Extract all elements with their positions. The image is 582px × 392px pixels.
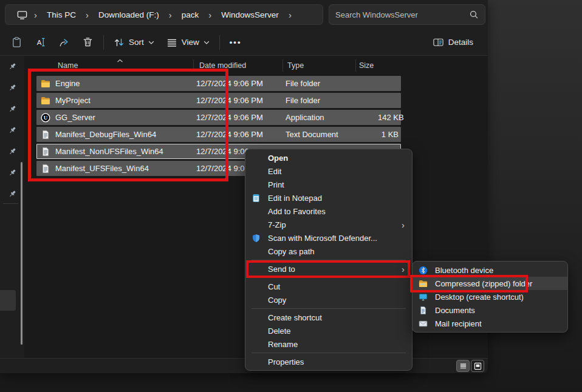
breadcrumb-item-drive[interactable]: Downloaded (F:) — [92, 8, 165, 22]
file-name: Manifest_DebugFiles_Win64 — [55, 130, 156, 139]
rename-icon: A — [35, 36, 46, 48]
menu-item-copy[interactable]: Copy — [245, 293, 412, 306]
file-name: Manifest_UFSFiles_Win64 — [55, 164, 149, 173]
this-pc-monitor-icon[interactable] — [12, 9, 30, 21]
sidebar-selected-item[interactable] — [0, 290, 16, 311]
file-size: 142 KB — [378, 113, 406, 122]
file-row-myproject[interactable]: MyProject 12/7/2024 9:06 PM File folder — [36, 93, 401, 108]
file-name: Engine — [55, 79, 80, 88]
more-options-button[interactable]: ••• — [224, 33, 248, 52]
menu-item-create-shortcut[interactable]: Create shortcut — [245, 311, 412, 324]
sort-button[interactable]: Sort — [108, 32, 160, 53]
menu-item-7zip[interactable]: 7-Zip› — [245, 218, 412, 231]
details-pane-button[interactable]: Details — [426, 32, 479, 53]
search-icon[interactable] — [469, 10, 479, 19]
breadcrumb: › This PC › Downloaded (F:) › pack › Win… — [5, 4, 323, 25]
menu-item-send-to[interactable]: Send to› — [245, 262, 412, 275]
column-header-date[interactable]: Date modified — [199, 61, 246, 70]
document-icon — [419, 305, 430, 315]
command-toolbar: A Sort — [0, 29, 488, 56]
menu-item-edit[interactable]: Edit — [245, 164, 412, 178]
submenu-arrow-icon: › — [402, 220, 406, 230]
pinned-item-icon[interactable] — [0, 141, 24, 162]
menu-item-bluetooth-device[interactable]: Bluetooth device — [413, 263, 567, 277]
paste-icon — [11, 36, 22, 48]
file-row-engine[interactable]: Engine 12/7/2024 9:06 PM File folder — [36, 76, 401, 91]
file-type: File folder — [286, 96, 378, 105]
pinned-item-icon[interactable] — [0, 98, 24, 120]
text-document-icon — [41, 164, 50, 174]
menu-item-print[interactable]: Print — [245, 178, 412, 191]
menu-item-desktop-create-shortcut[interactable]: Desktop (create shortcut) — [413, 290, 567, 303]
thumbnail-view-toggle-button[interactable] — [471, 360, 484, 372]
column-header-size[interactable]: Size — [359, 61, 374, 70]
menu-item-delete[interactable]: Delete — [245, 324, 412, 337]
column-header-type[interactable]: Type — [287, 61, 304, 70]
menu-item-rename[interactable]: Rename — [245, 337, 412, 351]
column-divider[interactable] — [193, 59, 194, 72]
file-date: 12/7/2024 9:06 PM — [196, 130, 286, 139]
submenu-arrow-icon: › — [402, 264, 406, 274]
context-menu: Open Edit Print Edit in Notepad Add to F… — [245, 149, 413, 371]
column-divider[interactable] — [355, 59, 356, 72]
menu-item-open[interactable]: Open — [245, 151, 412, 164]
menu-item-add-to-favorites[interactable]: Add to Favorites — [245, 204, 412, 218]
chevron-right-icon: › — [286, 10, 294, 19]
pinned-item-icon[interactable] — [0, 56, 24, 77]
menu-item-compressed-zipped-folder[interactable]: Compressed (zipped) folder — [413, 277, 567, 290]
menu-divider — [252, 260, 406, 260]
menu-item-mail-recipient[interactable]: Mail recipient — [413, 317, 567, 330]
toolbar-divider — [103, 35, 104, 50]
svg-text:A: A — [37, 39, 42, 46]
menu-item-cut[interactable]: Cut — [245, 280, 412, 293]
share-button[interactable] — [52, 32, 76, 53]
sidebar-scrollbar[interactable] — [21, 162, 22, 345]
delete-button[interactable] — [76, 32, 100, 53]
breadcrumb-item-pack[interactable]: pack — [176, 8, 205, 22]
column-header-name[interactable]: Name — [58, 61, 78, 70]
view-toggle-group — [456, 360, 484, 372]
menu-item-scan-with-defender[interactable]: Scan with Microsoft Defender... — [245, 231, 412, 245]
details-pane-icon — [433, 36, 444, 48]
file-size: 1 KB — [378, 130, 401, 139]
rename-button[interactable]: A — [29, 32, 52, 53]
chevron-right-icon: › — [206, 10, 214, 19]
search-input[interactable] — [335, 10, 469, 19]
view-lines-icon — [166, 37, 177, 48]
status-bar — [0, 358, 488, 373]
sort-icon — [114, 37, 125, 48]
unreal-engine-app-icon: U — [41, 113, 50, 123]
view-button[interactable]: View — [160, 32, 216, 53]
sidebar-divider — [3, 203, 18, 204]
menu-item-properties[interactable]: Properties — [245, 355, 412, 368]
chevron-right-icon: › — [32, 10, 39, 19]
details-label: Details — [448, 38, 473, 47]
menu-item-copy-as-path[interactable]: Copy as path — [245, 245, 412, 258]
breadcrumb-item-windowsserver[interactable]: WindowsServer — [215, 8, 285, 22]
file-date: 12/7/2024 9:06 PM — [196, 96, 286, 105]
breadcrumb-item-this-pc[interactable]: This PC — [41, 8, 82, 22]
desktop-monitor-icon — [419, 292, 430, 302]
sort-label: Sort — [129, 38, 144, 47]
paste-button[interactable] — [5, 32, 29, 53]
file-date: 12/7/2024 9:06 PM — [196, 113, 286, 122]
column-divider[interactable] — [282, 59, 283, 72]
file-name: MyProject — [55, 96, 91, 105]
send-to-submenu: Bluetooth device Compressed (zipped) fol… — [412, 261, 568, 333]
chevron-down-icon — [204, 40, 210, 45]
details-view-toggle-button[interactable] — [456, 360, 470, 372]
file-row-manifest-debugfiles[interactable]: Manifest_DebugFiles_Win64 12/7/2024 9:06… — [36, 127, 401, 142]
address-row: › This PC › Downloaded (F:) › pack › Win… — [0, 0, 488, 29]
toolbar-divider — [219, 35, 220, 50]
pinned-item-icon[interactable] — [0, 77, 24, 98]
pinned-item-icon[interactable] — [0, 120, 24, 141]
svg-text:U: U — [44, 115, 48, 121]
ellipsis-icon: ••• — [230, 38, 242, 47]
share-icon — [58, 36, 70, 48]
menu-divider — [252, 353, 406, 353]
search-box[interactable] — [329, 4, 485, 25]
menu-item-edit-in-notepad[interactable]: Edit in Notepad — [245, 191, 412, 204]
file-row-gg-server[interactable]: UGG_Server 12/7/2024 9:06 PM Application… — [36, 110, 401, 125]
zipped-folder-icon — [419, 279, 430, 288]
menu-item-documents[interactable]: Documents — [413, 303, 567, 317]
